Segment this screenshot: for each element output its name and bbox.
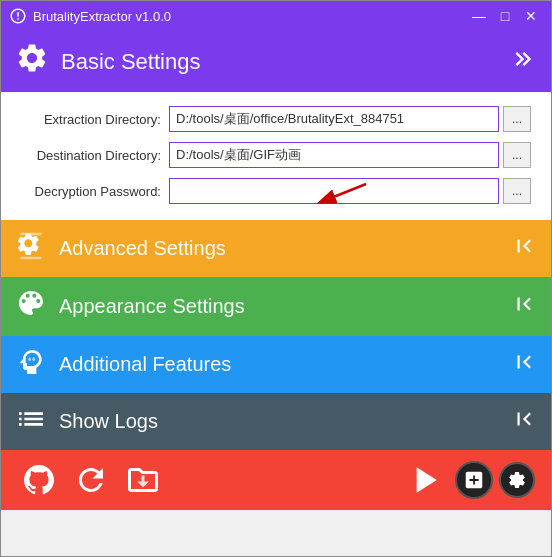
close-button[interactable]: ✕ (519, 6, 543, 26)
palette-icon (15, 287, 47, 326)
form-area: Extraction Directory: ... Destination Di… (1, 92, 551, 220)
additional-chevron-icon (511, 349, 537, 380)
brain-icon (15, 346, 47, 383)
additional-features-button[interactable]: Additional Features (1, 336, 551, 393)
decryption-input[interactable] (169, 178, 499, 204)
app-icon (9, 7, 27, 25)
title-bar-controls: — □ ✕ (467, 6, 543, 26)
github-button[interactable] (17, 458, 61, 502)
bottom-left-actions (17, 458, 165, 502)
extraction-browse-button[interactable]: ... (503, 106, 531, 132)
advanced-settings-label: Advanced Settings (59, 237, 226, 260)
bottom-right-actions (399, 455, 535, 505)
destination-input-wrap: ... (169, 142, 531, 168)
app-title: BrutalityExtractor v1.0.0 (33, 9, 171, 24)
extraction-input[interactable] (169, 106, 499, 132)
decryption-row: Decryption Password: ... (21, 178, 531, 204)
maximize-button[interactable]: □ (493, 6, 517, 26)
decryption-browse-button[interactable]: ... (503, 178, 531, 204)
minimize-button[interactable]: — (467, 6, 491, 26)
show-logs-label: Show Logs (59, 410, 158, 433)
bottom-bar (1, 450, 551, 510)
destination-row: Destination Directory: ... (21, 142, 531, 168)
decryption-input-wrap: ... (169, 178, 531, 204)
appearance-settings-left: Appearance Settings (15, 287, 245, 326)
logs-chevron-icon (511, 406, 537, 437)
extraction-input-wrap: ... (169, 106, 531, 132)
basic-settings-header[interactable]: Basic Settings (1, 31, 551, 92)
logs-icon (15, 403, 47, 440)
extraction-row: Extraction Directory: ... (21, 106, 531, 132)
svg-point-3 (32, 357, 35, 361)
show-logs-button[interactable]: Show Logs (1, 393, 551, 450)
basic-settings-header-left: Basic Settings (15, 41, 200, 82)
export-button[interactable] (121, 458, 165, 502)
destination-browse-button[interactable]: ... (503, 142, 531, 168)
appearance-settings-button[interactable]: Appearance Settings (1, 277, 551, 336)
extraction-label: Extraction Directory: (21, 112, 169, 127)
destination-input[interactable] (169, 142, 499, 168)
title-bar-left: BrutalityExtractor v1.0.0 (9, 7, 171, 25)
basic-settings-label: Basic Settings (61, 49, 200, 75)
play-button[interactable] (399, 455, 449, 505)
refresh-button[interactable] (69, 458, 113, 502)
show-logs-left: Show Logs (15, 403, 158, 440)
additional-features-label: Additional Features (59, 353, 231, 376)
svg-point-2 (28, 357, 31, 361)
additional-features-left: Additional Features (15, 346, 231, 383)
title-bar: BrutalityExtractor v1.0.0 — □ ✕ (1, 1, 551, 31)
appearance-chevron-icon (511, 291, 537, 322)
advanced-settings-button[interactable]: Advanced Settings (1, 220, 551, 277)
appearance-settings-label: Appearance Settings (59, 295, 245, 318)
destination-label: Destination Directory: (21, 148, 169, 163)
gear-icon (15, 41, 49, 82)
basic-settings-chevron (509, 45, 537, 79)
add-button[interactable] (455, 461, 493, 499)
settings-small-button[interactable] (499, 462, 535, 498)
advanced-chevron-icon (511, 233, 537, 264)
advanced-gear-icon (15, 230, 47, 267)
decryption-label: Decryption Password: (21, 184, 169, 199)
advanced-settings-left: Advanced Settings (15, 230, 226, 267)
